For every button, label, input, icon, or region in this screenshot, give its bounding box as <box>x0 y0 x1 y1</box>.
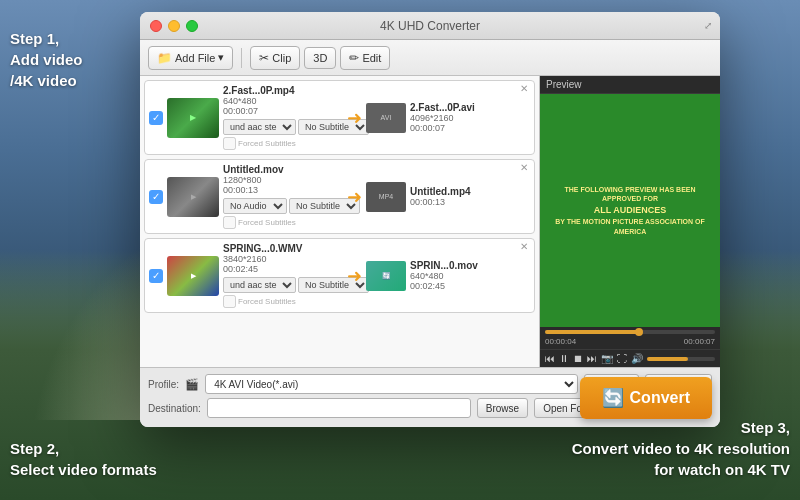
clip-label: Clip <box>272 52 291 64</box>
thumb-label-2: ▶ <box>191 193 196 201</box>
output-info-3: SPRIN...0.mov 640*480 00:02:45 <box>410 260 530 291</box>
thumb-label-1: ▶ <box>190 113 196 122</box>
convert-icon: 🔄 <box>602 387 624 409</box>
arrow-icon-1: ➜ <box>347 107 362 129</box>
table-row: ✓ ▶ SPRING...0.WMV 3840*2160 00:02:45 un… <box>144 238 535 313</box>
window-controls <box>150 20 198 32</box>
timeline-bar[interactable] <box>545 330 715 334</box>
title-bar: 4K UHD Converter ⤢ <box>140 12 720 40</box>
forced-sub-2: Forced Subtitles <box>223 216 343 229</box>
table-row: ✓ ▶ 2.Fast...0P.mp4 640*480 00:00:07 und… <box>144 80 535 155</box>
forced-sub-cb-1[interactable] <box>223 137 236 150</box>
output-size-1: 4096*2160 <box>410 113 530 123</box>
app-window: 4K UHD Converter ⤢ 📁 Add File ▾ ✂ Clip 3… <box>140 12 720 427</box>
output-thumb-icon-3: 🔄 <box>382 272 391 280</box>
thumbnail-1: ▶ <box>167 98 219 138</box>
step1-line3: /4K video <box>10 72 77 89</box>
row-controls-2: No Audio No Subtitle <box>223 198 343 214</box>
output-name-3: SPRIN...0.mov <box>410 260 530 271</box>
add-file-button[interactable]: 📁 Add File ▾ <box>148 46 233 70</box>
volume-slider[interactable] <box>647 357 715 361</box>
maximize-button[interactable] <box>186 20 198 32</box>
preview-header: Preview <box>540 76 720 94</box>
browse-button[interactable]: Browse <box>477 398 528 418</box>
forced-sub-1: Forced Subtitles <box>223 137 343 150</box>
checkbox-3[interactable]: ✓ <box>149 269 163 283</box>
remove-file-3[interactable]: ✕ <box>520 241 532 253</box>
audio-select-3[interactable]: und aac ste <box>223 277 296 293</box>
step1-line2: Add video <box>10 51 83 68</box>
checkbox-2[interactable]: ✓ <box>149 190 163 204</box>
output-duration-1: 00:00:07 <box>410 123 530 133</box>
edit-button[interactable]: ✏ Edit <box>340 46 390 70</box>
snapshot-button[interactable]: 📷 <box>601 353 613 364</box>
checkbox-1[interactable]: ✓ <box>149 111 163 125</box>
close-button[interactable] <box>150 20 162 32</box>
remove-file-1[interactable]: ✕ <box>520 83 532 95</box>
arrow-icon-3: ➜ <box>347 265 362 287</box>
step2-line2: Select video formats <box>10 461 157 478</box>
edit-icon: ✏ <box>349 51 359 65</box>
file-name-1: 2.Fast...0P.mp4 <box>223 85 343 96</box>
output-info-2: Untitled.mp4 00:00:13 <box>410 186 530 207</box>
minimize-button[interactable] <box>168 20 180 32</box>
fullscreen-button[interactable]: ⛶ <box>617 353 627 364</box>
output-thumb-icon-1: AVI <box>381 114 392 121</box>
forced-sub-cb-3[interactable] <box>223 295 236 308</box>
timeline-thumb <box>635 328 643 336</box>
table-row: ✓ ▶ Untitled.mov 1280*800 00:00:13 No Au… <box>144 159 535 234</box>
step3-line2: Convert video to 4K resolution <box>572 440 790 457</box>
output-thumb-1: AVI <box>366 103 406 133</box>
convert-button-area: 🔄 Convert <box>580 377 712 419</box>
output-info-1: 2.Fast...0P.avi 4096*2160 00:00:07 <box>410 102 530 133</box>
file-info-2: Untitled.mov 1280*800 00:00:13 No Audio … <box>223 164 343 229</box>
convert-label: Convert <box>630 389 690 407</box>
output-thumb-2: MP4 <box>366 182 406 212</box>
forced-sub-cb-2[interactable] <box>223 216 236 229</box>
step2-label: Step 2, Select video formats <box>10 438 157 480</box>
file-duration-3: 00:02:45 <box>223 264 343 274</box>
3d-label: 3D <box>313 52 327 64</box>
3d-button[interactable]: 3D <box>304 47 336 69</box>
preview-panel: Preview THE FOLLOWING PREVIEW HAS BEEN A… <box>540 76 720 367</box>
play-prev-button[interactable]: ⏮ <box>545 353 555 364</box>
clip-button[interactable]: ✂ Clip <box>250 46 300 70</box>
add-file-label: Add File <box>175 52 215 64</box>
app-title: 4K UHD Converter <box>380 19 480 33</box>
audio-select-2[interactable]: No Audio <box>223 198 287 214</box>
arrow-icon-2: ➜ <box>347 186 362 208</box>
file-info-3: SPRING...0.WMV 3840*2160 00:02:45 und aa… <box>223 243 343 308</box>
step3-line3: for watch on 4K TV <box>654 461 790 478</box>
convert-button[interactable]: 🔄 Convert <box>580 377 712 419</box>
forced-sub-3: Forced Subtitles <box>223 295 343 308</box>
clip-icon: ✂ <box>259 51 269 65</box>
file-name-2: Untitled.mov <box>223 164 343 175</box>
step1-label: Step 1, Add video /4K video <box>10 28 83 91</box>
file-size-3: 3840*2160 <box>223 254 343 264</box>
output-size-3: 640*480 <box>410 271 530 281</box>
output-thumb-3: 🔄 <box>366 261 406 291</box>
file-duration-1: 00:00:07 <box>223 106 343 116</box>
profile-icon: 🎬 <box>185 378 199 391</box>
stop-button[interactable]: ⏹ <box>573 353 583 364</box>
audio-select-1[interactable]: und aac ste <box>223 119 296 135</box>
preview-timeline: 00:00:04 00:00:07 <box>540 327 720 349</box>
step3-label: Step 3, Convert video to 4K resolution f… <box>572 417 790 480</box>
resize-icon: ⤢ <box>704 20 712 31</box>
profile-select[interactable]: 4K AVI Video(*.avi) <box>205 374 578 394</box>
output-name-1: 2.Fast...0P.avi <box>410 102 530 113</box>
remove-file-2[interactable]: ✕ <box>520 162 532 174</box>
pause-button[interactable]: ⏸ <box>559 353 569 364</box>
preview-controls: ⏮ ⏸ ⏹ ⏭ 📷 ⛶ 🔊 <box>540 349 720 367</box>
profile-label: Profile: <box>148 379 179 390</box>
preview-video: THE FOLLOWING PREVIEW HAS BEEN APPROVED … <box>540 94 720 327</box>
add-file-icon: 📁 <box>157 51 172 65</box>
volume-fill <box>647 357 688 361</box>
output-duration-2: 00:00:13 <box>410 197 530 207</box>
timeline-progress <box>545 330 639 334</box>
file-duration-2: 00:00:13 <box>223 185 343 195</box>
step2-line1: Step 2, <box>10 440 59 457</box>
destination-input[interactable] <box>207 398 471 418</box>
play-next-button[interactable]: ⏭ <box>587 353 597 364</box>
output-thumb-icon-2: MP4 <box>379 193 393 200</box>
